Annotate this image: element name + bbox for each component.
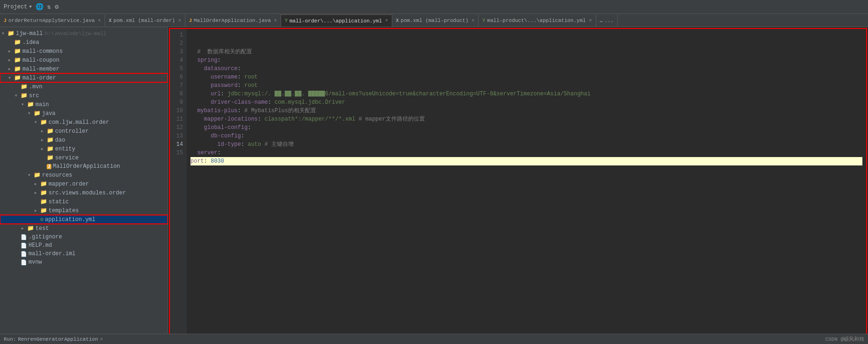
project-dropdown-icon[interactable]: ▼: [29, 5, 31, 9]
tab-tab3[interactable]: JMallOrderApplication.java×: [185, 14, 281, 27]
tab-icon: X: [109, 18, 112, 23]
tab-tab6[interactable]: Ymall-product\...\application.yml×: [479, 14, 596, 27]
sidebar-item-2[interactable]: ▶📁mall-commons: [0, 47, 168, 56]
sidebar-item-3[interactable]: ▶📁mall-coupon: [0, 56, 168, 64]
sidebar-item-11[interactable]: ▶📁controller: [0, 127, 168, 136]
project-label: Project: [4, 4, 27, 10]
run-bar: Run: RenrenGeneratorApplication × CSDN @…: [0, 334, 868, 344]
sidebar-item-9[interactable]: ▼📁java: [0, 109, 168, 118]
sync-icon[interactable]: ⇅: [47, 3, 51, 11]
sidebar-item-0[interactable]: ▼📁ljw-mallD:\JavaCode\ljw-mall: [0, 29, 168, 38]
project-title[interactable]: Project ▼: [4, 4, 32, 10]
run-close[interactable]: ×: [100, 337, 103, 342]
iml-icon: 📄: [21, 251, 27, 257]
code-line-2: spring:: [191, 56, 862, 64]
tree-arrow: ▶: [8, 67, 14, 71]
tree-arrow: ▼: [8, 76, 14, 80]
sidebar-item-18[interactable]: ▶📁src.views.modules.order: [0, 188, 168, 197]
sidebar-item-6[interactable]: 📁.mvn: [0, 82, 168, 91]
folder-icon: 📁: [27, 225, 34, 232]
watermark: CSDN @硕风和炜: [825, 336, 864, 343]
tab-close-btn[interactable]: ×: [178, 18, 181, 23]
tab-tab2[interactable]: Xpom.xml (mall-order)×: [105, 14, 185, 27]
tab-label: orderReturnApplyService.java: [8, 18, 95, 23]
sidebar-item-1[interactable]: 📁.idea: [0, 38, 168, 47]
tab-tab5[interactable]: Xpom.xml (mall-product)×: [392, 14, 479, 27]
sidebar-item-10[interactable]: ▼📁com.ljw.mall.order: [0, 118, 168, 127]
tree-arrow: ▶: [41, 147, 47, 151]
tab-tab1[interactable]: JorderReturnApplyService.java×: [0, 14, 105, 27]
folder-icon: 📁: [14, 74, 21, 81]
run-label: Run: RenrenGeneratorApplication ×: [4, 337, 103, 342]
sidebar-item-5[interactable]: ▼📁mall-order: [0, 73, 168, 82]
tab-label: pom.xml (mall-product): [401, 18, 468, 23]
tree-label: HELP.md: [28, 242, 52, 249]
tree-label: src.views.modules.order: [49, 190, 126, 196]
sidebar-item-26[interactable]: 📄mvnw: [0, 258, 168, 266]
folder-icon: 📁: [47, 136, 54, 143]
tab-label: ...: [605, 18, 614, 23]
settings-icon[interactable]: ⚙: [55, 3, 58, 11]
code-line-8: mybatis-plus: # MybatisPlus的相关配置: [191, 107, 862, 115]
sidebar-item-23[interactable]: 📄.gitignore: [0, 233, 168, 241]
sidebar-item-16[interactable]: ▼📁resources: [0, 171, 168, 179]
line-number-12: 12: [170, 123, 187, 132]
tab-tab4[interactable]: Ymall-order\...\application.yml×: [281, 14, 392, 27]
tab-close-btn[interactable]: ×: [472, 18, 474, 23]
tab-icon: …: [600, 18, 603, 23]
tree-label: .mvn: [29, 84, 42, 90]
run-app-name: RenrenGeneratorApplication: [18, 337, 98, 342]
tree-arrow: ▶: [21, 226, 27, 230]
tab-tab7[interactable]: …...: [596, 14, 618, 27]
tab-close-btn[interactable]: ×: [274, 18, 277, 23]
editor-content: 123456789101112131415 # 数据库相关的配置 spring:…: [170, 29, 866, 334]
tree-label: .gitignore: [28, 234, 62, 240]
line-number-6: 6: [170, 73, 187, 81]
sidebar-item-24[interactable]: 📄HELP.md: [0, 241, 168, 250]
line-number-11: 11: [170, 115, 187, 123]
tab-bar: JorderReturnApplyService.java×Xpom.xml (…: [0, 14, 868, 27]
sidebar-item-22[interactable]: ▶📁test: [0, 224, 168, 233]
folder-icon: 📁: [14, 57, 21, 64]
editor[interactable]: 123456789101112131415 # 数据库相关的配置 spring:…: [168, 27, 868, 334]
sidebar-item-7[interactable]: ▼📁src: [0, 91, 168, 100]
sidebar-item-19[interactable]: 📁static: [0, 197, 168, 206]
sidebar-item-17[interactable]: ▶📁mapper.order: [0, 179, 168, 188]
sidebar-item-14[interactable]: 📁service: [0, 153, 168, 162]
tab-icon: Y: [482, 18, 485, 23]
tab-label: mall-order\...\application.yml: [289, 18, 382, 24]
line-number-4: 4: [170, 56, 187, 64]
folder-icon: 📁: [21, 92, 28, 99]
code-line-11: db-config:: [191, 132, 862, 140]
sidebar-item-4[interactable]: ▶📁mall-member: [0, 64, 168, 73]
tree-label: application.yml: [45, 216, 95, 223]
tab-close-btn[interactable]: ×: [385, 18, 388, 23]
folder-icon: 📁: [27, 101, 34, 108]
tree-arrow: ▼: [28, 111, 34, 115]
tree-label: service: [55, 155, 78, 161]
sidebar-item-15[interactable]: JMallOrderApplication: [0, 162, 168, 171]
folder-icon: 📁: [40, 180, 47, 187]
folder-icon: 📁: [40, 119, 47, 126]
tab-close-btn[interactable]: ×: [98, 18, 101, 23]
code-line-5: password: root: [191, 81, 862, 90]
sidebar-item-21[interactable]: ⚙application.yml: [0, 215, 168, 224]
tree-label: .idea: [22, 39, 39, 46]
sidebar-item-8[interactable]: ▼📁main: [0, 100, 168, 109]
sidebar-item-20[interactable]: ▶📁templates: [0, 206, 168, 215]
folder-icon: 📁: [14, 39, 21, 46]
line-numbers: 123456789101112131415: [170, 29, 187, 334]
tree-arrow: ▶: [41, 129, 47, 133]
tree-label: controller: [55, 128, 89, 135]
folder-icon: 📁: [7, 30, 14, 37]
globe-icon[interactable]: 🌐: [35, 3, 43, 11]
tree-label: java: [42, 110, 56, 117]
sidebar-item-12[interactable]: ▶📁dao: [0, 136, 168, 144]
tab-close-btn[interactable]: ×: [589, 18, 592, 23]
tree-arrow: ▶: [35, 208, 40, 213]
code-line-15: [191, 165, 862, 174]
sidebar-item-25[interactable]: 📄mall-order.iml: [0, 250, 168, 258]
tab-label: pom.xml (mall-order): [113, 18, 175, 23]
tree-label: mall-commons: [22, 48, 63, 55]
sidebar-item-13[interactable]: ▶📁entity: [0, 144, 168, 153]
